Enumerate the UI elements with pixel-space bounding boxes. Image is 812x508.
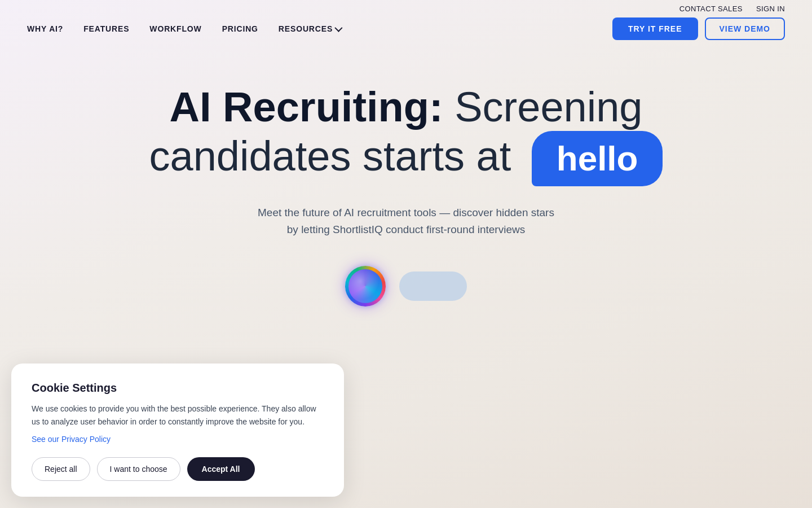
nav-pricing[interactable]: PRICING: [222, 24, 258, 33]
hero-subtitle: Meet the future of AI recruitment tools …: [226, 204, 586, 239]
cookie-banner: Cookie Settings We use cookies to provid…: [11, 364, 344, 497]
nav-actions: TRY IT FREE VIEW DEMO: [612, 17, 785, 40]
start-button[interactable]: [399, 271, 467, 301]
cookie-title: Cookie Settings: [32, 382, 324, 395]
chevron-down-icon: [334, 24, 342, 32]
reject-all-button[interactable]: Reject all: [32, 457, 90, 481]
i-want-to-choose-button[interactable]: I want to choose: [97, 457, 180, 481]
ai-orb: [345, 266, 386, 306]
nav-resources[interactable]: RESOURCES: [279, 24, 341, 33]
contact-sales-link[interactable]: CONTACT SALES: [679, 5, 743, 13]
cookie-body: We use cookies to provide you with the b…: [32, 402, 324, 428]
nav-why-ai[interactable]: WHY AI?: [27, 24, 63, 33]
view-demo-button[interactable]: VIEW DEMO: [705, 17, 785, 40]
nav-features[interactable]: FEATURES: [83, 24, 129, 33]
hero-section: AI Recruiting: Screeningcandidates start…: [0, 49, 812, 329]
try-free-button[interactable]: TRY IT FREE: [612, 17, 698, 40]
top-bar: CONTACT SALES SIGN IN: [0, 0, 812, 17]
nav-links: WHY AI? FEATURES WORKFLOW PRICING RESOUR…: [27, 24, 341, 33]
sign-in-link[interactable]: SIGN IN: [756, 5, 785, 13]
nav-workflow[interactable]: WORKFLOW: [149, 24, 201, 33]
privacy-policy-link[interactable]: See our Privacy Policy: [32, 435, 324, 444]
cookie-actions: Reject all I want to choose Accept All: [32, 457, 324, 481]
accept-all-button[interactable]: Accept All: [187, 457, 255, 481]
hero-chat-bubble: hello: [532, 131, 663, 186]
main-nav: WHY AI? FEATURES WORKFLOW PRICING RESOUR…: [0, 17, 812, 49]
hero-title-bold: AI Recruiting:: [170, 84, 443, 130]
hero-title: AI Recruiting: Screeningcandidates start…: [27, 83, 785, 186]
ai-area: [27, 266, 785, 306]
